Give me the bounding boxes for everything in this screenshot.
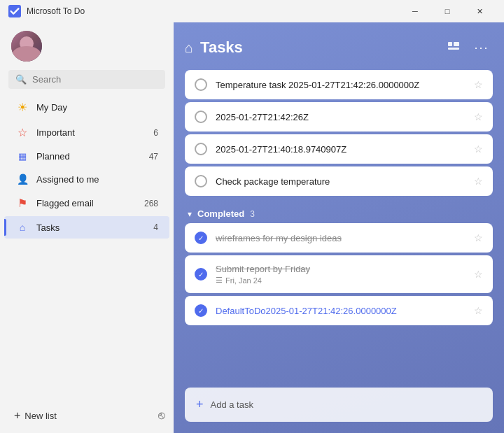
sidebar-item-label: My Day xyxy=(36,102,158,113)
more-options-button[interactable]: ··· xyxy=(470,36,493,59)
tasks-home-icon: ⌂ xyxy=(185,40,193,56)
sidebar-action-icon[interactable]: ⎋ xyxy=(158,409,165,422)
sidebar-item-assigned-to-me[interactable]: 👤 Assigned to me xyxy=(4,168,169,190)
sidebar: 🔍 ☀ My Day ☆ Important 6 ▦ Planned 47 xyxy=(0,22,174,433)
sidebar-item-label: Tasks xyxy=(36,222,150,233)
completed-tasks-list: ✓ wireframes for my design ideas ☆ ✓ Sub… xyxy=(185,223,493,325)
nav-list: ☀ My Day ☆ Important 6 ▦ Planned 47 👤 As… xyxy=(0,94,174,401)
main-header-actions: ··· xyxy=(442,36,493,59)
star-icon[interactable]: ☆ xyxy=(474,232,483,243)
maximize-button[interactable]: □ xyxy=(431,0,463,22)
sidebar-item-planned[interactable]: ▦ Planned 47 xyxy=(4,145,169,167)
page-title: Tasks xyxy=(200,38,243,57)
completed-section: ▾ Completed 3 ✓ wireframes for my design… xyxy=(185,203,493,325)
task-text: Temperature task 2025-01-27T21:42:26.000… xyxy=(216,80,465,90)
completed-task-item[interactable]: ✓ wireframes for my design ideas ☆ xyxy=(185,223,493,253)
task-item[interactable]: 2025-01-27T21:42:26Z ☆ xyxy=(185,102,493,132)
task-text: 2025-01-27T21:42:26Z xyxy=(216,112,465,122)
planned-count: 47 xyxy=(149,152,158,162)
sun-icon: ☀ xyxy=(15,101,29,114)
add-task-label: Add a task xyxy=(211,399,253,410)
ellipsis-icon: ··· xyxy=(474,41,489,55)
star-icon[interactable]: ☆ xyxy=(474,176,483,187)
app-logo-icon xyxy=(8,5,21,17)
completed-circle[interactable]: ✓ xyxy=(195,232,207,244)
window-controls: ─ □ ✕ xyxy=(399,0,496,22)
completed-header[interactable]: ▾ Completed 3 xyxy=(185,203,493,223)
avatar[interactable] xyxy=(11,31,42,62)
search-box[interactable]: 🔍 xyxy=(8,70,165,89)
task-link-text: DefaultToDo2025-01-27T21:42:26.0000000Z xyxy=(216,306,465,316)
task-text: 2025-01-27T21:40:18.9740907Z xyxy=(216,144,465,155)
task-text: Check package temperature xyxy=(216,176,465,187)
chevron-down-icon: ▾ xyxy=(188,209,192,219)
titlebar-left: Microsoft To Do xyxy=(8,5,85,17)
sidebar-item-my-day[interactable]: ☀ My Day xyxy=(4,95,169,120)
star-icon[interactable]: ☆ xyxy=(474,269,483,280)
star-icon[interactable]: ☆ xyxy=(474,111,483,122)
search-input[interactable] xyxy=(32,74,158,85)
sidebar-item-label: Planned xyxy=(36,151,146,162)
star-icon[interactable]: ☆ xyxy=(474,143,483,155)
main-content: ⌂ Tasks ··· Temperatur xyxy=(174,22,504,433)
svg-rect-1 xyxy=(448,42,452,46)
flagged-count: 268 xyxy=(144,199,158,208)
completed-task-item[interactable]: ✓ Submit report by Friday ☰ Fri, Jan 24 … xyxy=(185,255,493,293)
search-icon: 🔍 xyxy=(15,74,27,85)
calendar-icon: ☰ xyxy=(216,276,223,285)
task-item[interactable]: 2025-01-27T21:40:18.9740907Z ☆ xyxy=(185,134,493,164)
task-circle[interactable] xyxy=(195,111,207,123)
close-button[interactable]: ✕ xyxy=(463,0,496,22)
avatar-row xyxy=(0,22,174,67)
plus-icon: + xyxy=(196,397,204,412)
task-content: Submit report by Friday ☰ Fri, Jan 24 xyxy=(216,264,465,285)
minimize-button[interactable]: ─ xyxy=(399,0,431,22)
completed-label: Completed xyxy=(197,208,244,219)
completed-task-item[interactable]: ✓ DefaultToDo2025-01-27T21:42:26.0000000… xyxy=(185,296,493,325)
star-icon[interactable]: ☆ xyxy=(474,305,483,316)
main-header: ⌂ Tasks ··· xyxy=(185,36,493,59)
calendar-icon: ▦ xyxy=(15,151,29,162)
svg-rect-3 xyxy=(448,48,459,50)
star-icon: ☆ xyxy=(15,126,29,139)
sidebar-item-label: Flagged email xyxy=(36,198,141,208)
completed-count: 3 xyxy=(250,209,255,219)
avatar-image xyxy=(11,31,42,62)
app-container: 🔍 ☀ My Day ☆ Important 6 ▦ Planned 47 xyxy=(0,22,504,433)
layout-icon-button[interactable] xyxy=(442,36,465,59)
sidebar-item-important[interactable]: ☆ Important 6 xyxy=(4,120,169,145)
new-list-button[interactable]: + New list xyxy=(8,406,62,425)
task-text: Submit report by Friday xyxy=(216,264,465,274)
task-circle[interactable] xyxy=(195,175,207,187)
home-icon: ⌂ xyxy=(15,222,29,233)
star-icon[interactable]: ☆ xyxy=(474,79,483,90)
tasks-count: 4 xyxy=(153,222,158,232)
titlebar: Microsoft To Do ─ □ ✕ xyxy=(0,0,504,22)
sidebar-item-tasks[interactable]: ⌂ Tasks 4 xyxy=(4,216,169,239)
sidebar-item-label: Important xyxy=(36,127,150,138)
task-item[interactable]: Temperature task 2025-01-27T21:42:26.000… xyxy=(185,70,493,99)
task-circle[interactable] xyxy=(195,143,207,155)
flag-icon: ⚑ xyxy=(15,197,29,210)
tasks-list: Temperature task 2025-01-27T21:42:26.000… xyxy=(185,70,493,382)
add-task-button[interactable]: + Add a task xyxy=(185,388,493,422)
plus-icon: + xyxy=(14,409,20,422)
completed-circle[interactable]: ✓ xyxy=(195,304,207,317)
task-item[interactable]: Check package temperature ☆ xyxy=(185,166,493,196)
task-text: wireframes for my design ideas xyxy=(216,233,465,243)
important-count: 6 xyxy=(153,128,158,138)
sidebar-item-flagged-email[interactable]: ⚑ Flagged email 268 xyxy=(4,191,169,215)
task-sub-text: ☰ Fri, Jan 24 xyxy=(216,276,465,285)
new-list-label: New list xyxy=(24,411,57,421)
sidebar-bottom: + New list ⎋ xyxy=(0,401,174,433)
sidebar-item-label: Assigned to me xyxy=(36,174,158,185)
layout-icon xyxy=(447,41,460,54)
app-title: Microsoft To Do xyxy=(27,6,85,16)
task-circle[interactable] xyxy=(195,78,207,91)
main-header-left: ⌂ Tasks xyxy=(185,38,243,57)
svg-rect-2 xyxy=(454,42,459,46)
person-icon: 👤 xyxy=(15,173,29,185)
completed-circle[interactable]: ✓ xyxy=(195,268,207,281)
